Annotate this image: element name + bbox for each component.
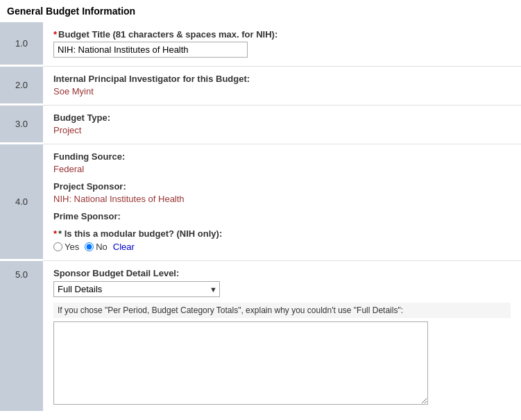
section-3-row: 3.0 Budget Type: Project bbox=[0, 106, 521, 144]
radio-yes-text: Yes bbox=[65, 242, 79, 252]
explain-textarea[interactable] bbox=[53, 321, 428, 405]
prime-sponsor-group: Prime Sponsor: bbox=[53, 211, 511, 221]
project-sponsor-group: Project Sponsor: NIH: National Institute… bbox=[53, 181, 511, 204]
radio-no-label[interactable]: No bbox=[85, 242, 108, 252]
section-5-row: 5.0 Sponsor Budget Detail Level: Full De… bbox=[0, 261, 521, 413]
section-1-number: 1.0 bbox=[0, 22, 43, 67]
section-1-row: 1.0 *Budget Title (81 characters & space… bbox=[0, 22, 521, 67]
funding-source-value: Federal bbox=[53, 164, 511, 174]
project-sponsor-value: NIH: National Institutes of Health bbox=[53, 194, 511, 204]
page-title: General Budget Information bbox=[0, 0, 521, 22]
radio-yes-label[interactable]: Yes bbox=[53, 242, 79, 252]
sponsor-level-label: Sponsor Budget Detail Level: bbox=[53, 268, 511, 278]
budget-type-value: Project bbox=[53, 125, 511, 135]
page-container: General Budget Information 1.0 *Budget T… bbox=[0, 0, 521, 413]
section-1-content: *Budget Title (81 characters & spaces ma… bbox=[43, 22, 521, 67]
section-5-number: 5.0 bbox=[0, 261, 43, 413]
radio-no-text: No bbox=[96, 242, 108, 252]
radio-yes-input[interactable] bbox=[53, 242, 62, 251]
select-container: Full Details Per Period, Budget Category… bbox=[53, 281, 220, 297]
pi-value: Soe Myint bbox=[53, 86, 511, 96]
section-3-number: 3.0 bbox=[0, 106, 43, 144]
section-4-number: 4.0 bbox=[0, 144, 43, 261]
section-4-content: Funding Source: Federal Project Sponsor:… bbox=[43, 144, 521, 261]
section-2-number: 2.0 bbox=[0, 67, 43, 106]
budget-type-label: Budget Type: bbox=[53, 112, 511, 123]
required-star-4: * bbox=[53, 228, 57, 239]
modular-budget-group: ** Is this a modular budget? (NIH only):… bbox=[53, 228, 511, 252]
clear-link[interactable]: Clear bbox=[113, 242, 135, 252]
modular-budget-label: ** Is this a modular budget? (NIH only): bbox=[53, 228, 511, 239]
required-star-1: * bbox=[53, 29, 57, 40]
sponsor-level-select-wrapper: Full Details Per Period, Budget Category… bbox=[53, 281, 511, 297]
pi-label: Internal Principal Investigator for this… bbox=[53, 74, 511, 84]
section-2-row: 2.0 Internal Principal Investigator for … bbox=[0, 67, 521, 106]
radio-no-input[interactable] bbox=[85, 242, 94, 251]
section-4-row: 4.0 Funding Source: Federal Project Spon… bbox=[0, 144, 521, 261]
modular-radio-group: Yes No Clear bbox=[53, 242, 511, 252]
project-sponsor-label: Project Sponsor: bbox=[53, 181, 511, 192]
funding-source-label: Funding Source: bbox=[53, 151, 511, 162]
budget-title-label: *Budget Title (81 characters & spaces ma… bbox=[53, 29, 511, 40]
explain-label: If you chose "Per Period, Budget Categor… bbox=[53, 303, 511, 318]
section-5-content: Sponsor Budget Detail Level: Full Detail… bbox=[43, 261, 521, 413]
budget-title-input[interactable] bbox=[53, 42, 248, 58]
section-2-content: Internal Principal Investigator for this… bbox=[43, 67, 521, 106]
prime-sponsor-label: Prime Sponsor: bbox=[53, 211, 511, 221]
funding-source-group: Funding Source: Federal bbox=[53, 151, 511, 174]
sponsor-level-select[interactable]: Full Details Per Period, Budget Category… bbox=[53, 281, 220, 297]
section-3-content: Budget Type: Project bbox=[43, 106, 521, 144]
